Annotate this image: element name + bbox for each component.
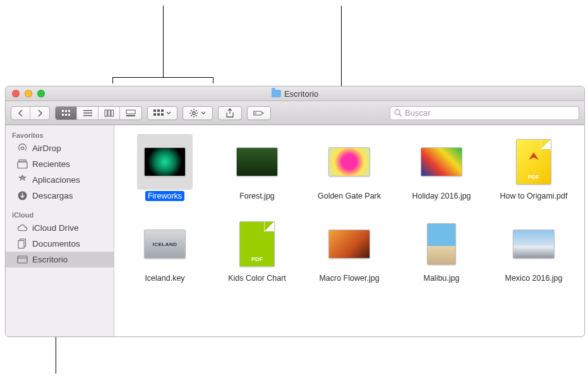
svg-rect-5 — [68, 114, 70, 116]
svg-point-29 — [255, 113, 256, 114]
search-field[interactable]: Buscar — [390, 106, 579, 120]
sidebar-item-label: Recientes — [32, 159, 70, 169]
svg-rect-10 — [108, 110, 111, 116]
file-item[interactable]: Holiday 2016.jpg — [397, 134, 486, 201]
chevron-left-icon — [18, 109, 24, 117]
svg-rect-6 — [83, 110, 92, 111]
sidebar-section-favorites: Favoritos — [6, 129, 114, 140]
file-item[interactable]: Macro Flower.jpg — [305, 216, 393, 283]
sidebar-section-icloud: iCloud — [6, 209, 114, 220]
coverflow-view-button[interactable] — [120, 107, 141, 120]
file-label: Fireworks — [145, 191, 184, 201]
chevron-right-icon — [37, 109, 43, 117]
list-view-button[interactable] — [77, 107, 99, 120]
sidebar-item-label: Aplicaciones — [32, 175, 80, 185]
minimize-button[interactable] — [25, 90, 32, 97]
file-item[interactable]: Mexico 2016.jpg — [489, 216, 578, 283]
window-title: Escritorio — [272, 89, 318, 99]
nav-buttons — [11, 106, 50, 120]
maximize-button[interactable] — [37, 90, 45, 97]
svg-rect-14 — [153, 109, 156, 112]
airdrop-icon — [17, 143, 28, 154]
search-icon — [394, 109, 402, 117]
applications-icon — [17, 175, 28, 185]
svg-rect-1 — [65, 110, 67, 112]
file-item[interactable]: Fireworks — [121, 134, 209, 201]
sidebar-item-label: Descargas — [32, 191, 73, 200]
titlebar[interactable]: Escritorio — [6, 87, 584, 101]
action-button[interactable] — [183, 106, 213, 120]
svg-point-32 — [21, 147, 23, 149]
window-title-text: Escritorio — [284, 89, 318, 99]
grid-icon — [61, 109, 71, 117]
content-area[interactable]: Fireworks Forest.jpg Golden Gate Park Ho… — [114, 125, 584, 336]
file-item[interactable]: Golden Gate Park — [305, 134, 393, 201]
file-label: How to Origami.pdf — [498, 191, 570, 201]
sidebar-item-icloud-drive[interactable]: iCloud Drive — [6, 220, 114, 236]
icon-view-button[interactable] — [56, 107, 77, 120]
share-icon — [225, 108, 234, 118]
sidebar-item-applications[interactable]: Aplicaciones — [6, 172, 114, 188]
svg-rect-2 — [68, 110, 70, 112]
arrange-button[interactable] — [147, 106, 177, 120]
recents-icon — [17, 159, 28, 169]
forward-button[interactable] — [30, 107, 49, 120]
sidebar-item-documents[interactable]: Documentos — [6, 236, 114, 252]
list-icon — [83, 109, 93, 117]
chevron-down-icon — [201, 111, 206, 115]
sidebar-item-label: Escritorio — [32, 255, 68, 264]
svg-rect-37 — [18, 241, 24, 248]
svg-rect-8 — [83, 115, 92, 116]
sidebar: Favoritos AirDrop Recientes Aplicaciones — [6, 125, 114, 336]
file-label: Holiday 2016.jpg — [409, 191, 473, 201]
svg-rect-34 — [19, 160, 26, 162]
close-button[interactable] — [12, 90, 20, 97]
svg-rect-0 — [62, 110, 64, 112]
sidebar-item-recents[interactable]: Recientes — [6, 156, 114, 172]
svg-line-27 — [196, 110, 197, 111]
share-button[interactable] — [218, 106, 242, 120]
documents-icon — [17, 238, 28, 249]
file-label: Forest.jpg — [237, 191, 277, 201]
svg-rect-13 — [126, 115, 135, 116]
search-placeholder: Buscar — [405, 108, 430, 118]
file-item[interactable]: ICELAND Iceland.key — [121, 216, 209, 283]
file-label: Macro Flower.jpg — [316, 273, 381, 283]
tag-icon — [253, 109, 265, 117]
svg-rect-9 — [105, 110, 107, 116]
back-button[interactable] — [11, 107, 30, 120]
sidebar-item-desktop[interactable]: Escritorio — [6, 252, 114, 267]
column-view-button[interactable] — [99, 107, 120, 120]
svg-rect-4 — [65, 114, 67, 116]
file-item[interactable]: Malibu.jpg — [397, 216, 486, 283]
columns-icon — [104, 109, 114, 117]
sidebar-item-airdrop[interactable]: AirDrop — [6, 140, 114, 156]
svg-rect-33 — [18, 162, 27, 168]
gear-icon — [189, 109, 198, 118]
svg-rect-12 — [126, 110, 135, 114]
svg-rect-3 — [62, 114, 64, 116]
finder-window: Escritorio — [5, 86, 585, 337]
chevron-down-icon — [166, 111, 171, 115]
gallery-icon — [126, 109, 136, 117]
svg-rect-11 — [111, 110, 114, 116]
svg-point-20 — [193, 111, 195, 114]
sidebar-item-downloads[interactable]: Descargas — [6, 188, 114, 204]
file-item[interactable]: Forest.jpg — [213, 134, 301, 201]
desktop-icon — [17, 254, 28, 265]
cloud-icon — [17, 223, 28, 233]
sidebar-item-label: AirDrop — [32, 144, 61, 153]
svg-rect-7 — [83, 113, 92, 114]
svg-rect-17 — [153, 113, 156, 116]
svg-line-25 — [191, 110, 192, 111]
svg-point-30 — [395, 109, 400, 114]
file-label: Mexico 2016.jpg — [502, 273, 565, 283]
svg-line-26 — [196, 115, 197, 116]
sidebar-item-label: iCloud Drive — [32, 223, 79, 233]
tags-button[interactable] — [247, 106, 271, 120]
downloads-icon — [17, 190, 28, 201]
svg-rect-38 — [18, 256, 27, 263]
file-item[interactable]: PDF Kids Color Chart — [213, 216, 301, 283]
sidebar-item-label: Documentos — [32, 239, 80, 248]
file-item[interactable]: PDF How to Origami.pdf — [489, 134, 578, 201]
